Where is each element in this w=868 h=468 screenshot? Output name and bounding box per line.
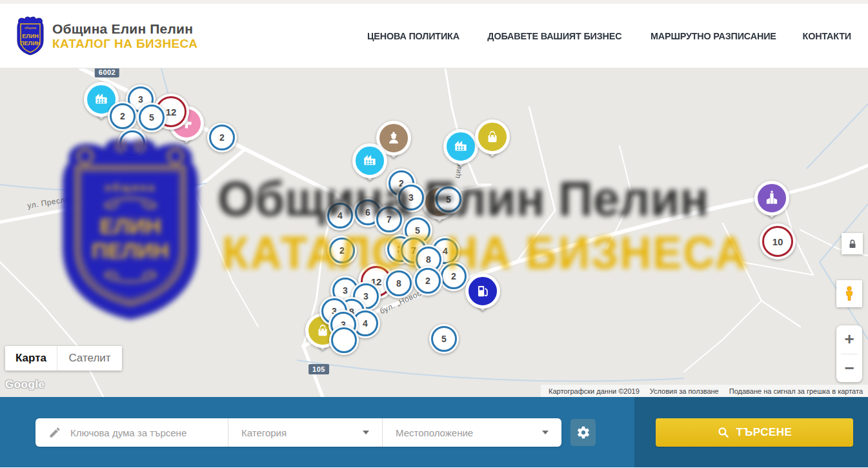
map-cluster-marker[interactable]: 2	[207, 123, 237, 152]
map-cluster-marker[interactable]: 2	[327, 236, 357, 265]
brand-subtitle: КАТАЛОГ НА БИЗНЕСА	[52, 37, 197, 51]
map-canvas[interactable]: 31225223564752742821282338343510 община …	[0, 68, 868, 397]
map-cluster-marker[interactable]: 5	[434, 185, 463, 214]
svg-text:ПЕЛИН: ПЕЛИН	[20, 40, 41, 46]
search-band: Категория Местоположение ТЪРСЕНЕ	[0, 397, 868, 467]
map-attribution: Картографски данни ©2019Условия за ползв…	[541, 385, 868, 397]
keyword-search-input[interactable]	[69, 427, 214, 439]
nav-item[interactable]: ДОБАВЕТЕ ВАШИЯТ БИЗНЕС	[487, 30, 621, 41]
lock-button[interactable]	[842, 233, 863, 254]
municipality-shield-icon: община ЕЛИН ПЕЛИН	[16, 16, 45, 56]
zoom-out-button[interactable]: −	[836, 354, 862, 383]
svg-text:ЕЛИН: ЕЛИН	[22, 33, 38, 39]
map-cluster-marker[interactable]: 7	[374, 205, 404, 234]
map-pin-factory-icon[interactable]	[443, 129, 478, 172]
pegman-button[interactable]	[836, 280, 862, 307]
map-cluster-marker[interactable]: 2	[439, 261, 469, 291]
map-cluster-marker[interactable]: 2	[413, 266, 443, 296]
map-cluster-marker[interactable]: 2	[108, 101, 137, 131]
attribution-link[interactable]: Подаване на сигнал за грешка в картата	[729, 387, 863, 395]
nav-item[interactable]: МАРШРУТНО РАЗПИСАНИЕ	[651, 30, 776, 41]
category-select[interactable]: Категория	[228, 418, 382, 447]
map-pin-bag-icon[interactable]	[475, 119, 510, 162]
padlock-icon	[847, 238, 858, 250]
nav-item[interactable]: КОНТАКТИ	[803, 30, 851, 41]
zoom-control: + −	[836, 325, 862, 382]
brand-title: Община Елин Пелин	[52, 21, 197, 37]
map-cluster-marker[interactable]: 3	[396, 183, 426, 212]
attribution-link[interactable]: Условия за ползване	[650, 387, 719, 395]
gear-icon	[576, 425, 590, 440]
search-submit-label: ТЪРСЕНЕ	[736, 426, 792, 439]
search-group: Категория Местоположение	[35, 418, 561, 447]
map-cluster-marker[interactable]	[329, 325, 359, 355]
map-cluster-marker[interactable]: 8	[384, 269, 414, 298]
map-pin-factory-icon[interactable]	[352, 143, 387, 186]
search-submit-button[interactable]: ТЪРСЕНЕ	[656, 418, 853, 447]
map-type-control: Карта Сателит	[5, 346, 122, 371]
map-pin-fuel-icon[interactable]	[465, 274, 500, 316]
location-select[interactable]: Местоположение	[383, 418, 561, 447]
zoom-in-button[interactable]: +	[836, 325, 862, 354]
map-cluster-marker[interactable]: 5	[429, 324, 459, 354]
map-cluster-marker[interactable]: 10	[760, 223, 796, 259]
attribution-copyright: Картографски данни ©2019	[549, 387, 640, 395]
svg-text:община: община	[25, 26, 36, 30]
map-cluster-marker[interactable]: 4	[325, 201, 355, 230]
map-pin-church-icon[interactable]	[754, 181, 789, 223]
chevron-down-icon	[542, 431, 549, 434]
keyword-field-wrap	[35, 418, 228, 447]
chevron-down-icon	[363, 431, 369, 434]
category-select-value: Категория	[241, 427, 287, 438]
main-nav: ЦЕНОВА ПОЛИТИКАДОБАВЕТЕ ВАШИЯТ БИЗНЕСМАР…	[365, 30, 853, 41]
site-logo[interactable]: община ЕЛИН ПЕЛИН Община Елин Пелин КАТА…	[16, 16, 197, 56]
search-icon	[717, 426, 730, 439]
map-type-satellite-button[interactable]: Сателит	[57, 346, 122, 371]
site-header: община ЕЛИН ПЕЛИН Община Елин Пелин КАТА…	[0, 4, 868, 68]
map-cluster-marker[interactable]	[117, 128, 147, 158]
location-select-value: Местоположение	[396, 427, 473, 438]
advanced-settings-button[interactable]	[570, 419, 596, 446]
google-logo[interactable]: Google	[5, 378, 45, 391]
pencil-icon	[48, 426, 61, 439]
nav-item[interactable]: ЦЕНОВА ПОЛИТИКА	[367, 30, 459, 41]
map-cluster-marker[interactable]: 5	[137, 103, 167, 132]
map-type-map-button[interactable]: Карта	[5, 346, 57, 371]
markers-layer: 31225223564752742821282338343510	[0, 68, 868, 397]
pegman-icon	[841, 284, 858, 303]
